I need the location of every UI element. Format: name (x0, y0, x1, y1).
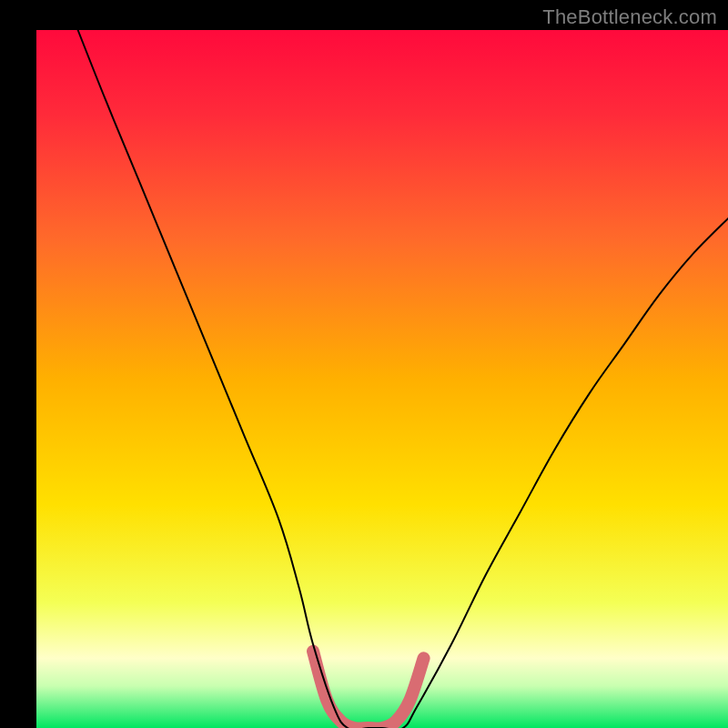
bottleneck-chart (0, 0, 728, 728)
chart-frame: TheBottleneck.com (0, 0, 728, 728)
plot-background (36, 30, 728, 728)
